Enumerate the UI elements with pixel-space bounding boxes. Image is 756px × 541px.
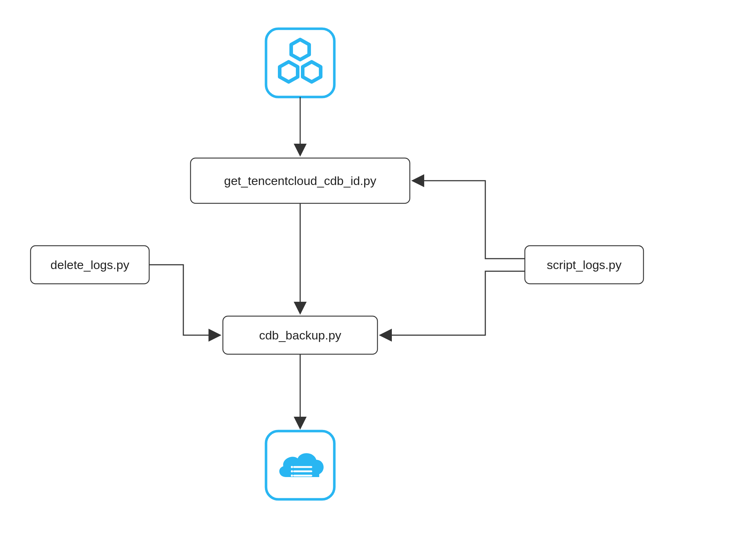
svg-point-13 [291,466,293,468]
node-get-id-label: get_tencentcloud_cdb_id.py [224,174,376,188]
edge-script-to-backup [381,271,525,335]
node-cdb-backup: cdb_backup.py [223,316,377,354]
cloud-db-icon [266,431,334,499]
svg-point-15 [291,475,293,477]
flow-diagram: get_tencentcloud_cdb_id.py delete_logs.p… [0,0,756,541]
node-delete-logs-label: delete_logs.py [50,258,129,272]
edge-delete-to-backup [149,265,219,335]
cluster-hex-icon [266,29,334,97]
node-cdb-backup-label: cdb_backup.py [259,328,342,342]
svg-point-14 [291,470,293,472]
node-get-id: get_tencentcloud_cdb_id.py [191,158,410,203]
node-script-logs: script_logs.py [525,246,643,284]
node-script-logs-label: script_logs.py [547,258,622,272]
node-delete-logs: delete_logs.py [31,246,149,284]
edge-script-to-getid [413,181,525,259]
